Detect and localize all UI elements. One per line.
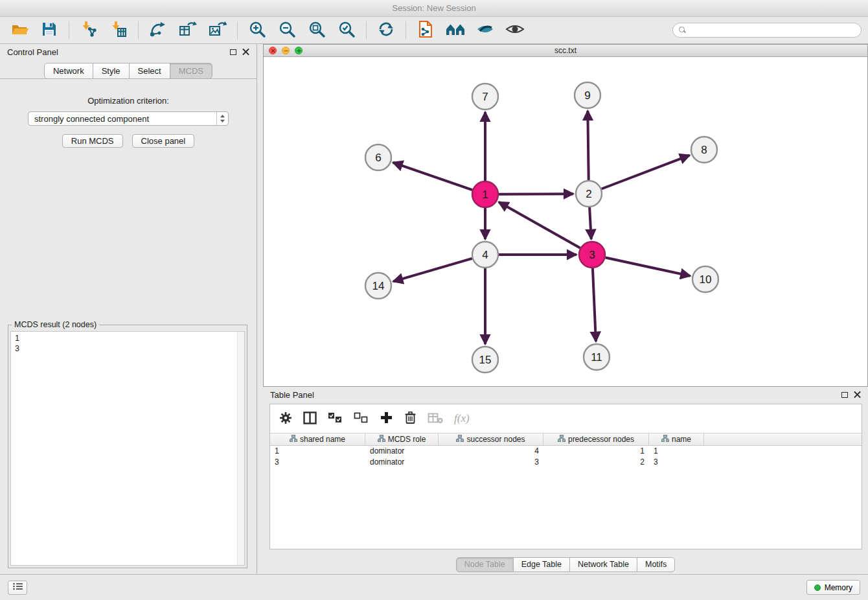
graph-edge-3-10[interactable] bbox=[606, 257, 691, 275]
style-preview-button[interactable] bbox=[472, 19, 498, 42]
refresh-view-button[interactable] bbox=[373, 19, 399, 42]
graph-node-7[interactable]: 7 bbox=[472, 84, 498, 110]
close-table-panel-icon[interactable] bbox=[854, 391, 861, 398]
toolbar-separator bbox=[366, 21, 367, 40]
network-canvas[interactable]: 7968124314101511 bbox=[264, 58, 867, 386]
trash-icon bbox=[404, 411, 417, 426]
open-session-button[interactable] bbox=[6, 19, 32, 42]
graph-edge-3-11[interactable] bbox=[593, 268, 596, 341]
clone-table-button[interactable] bbox=[175, 19, 201, 42]
tab-node-table[interactable]: Node Table bbox=[456, 557, 514, 572]
column-header-name[interactable]: name bbox=[649, 433, 704, 445]
column-header-shared-name[interactable]: shared name bbox=[270, 433, 365, 445]
network-branch-icon bbox=[149, 21, 167, 40]
graph-node-11[interactable]: 11 bbox=[584, 344, 610, 370]
show-columns-button[interactable] bbox=[303, 409, 317, 428]
graph-node-2[interactable]: 2 bbox=[576, 181, 602, 207]
table-cell: dominator bbox=[365, 446, 439, 457]
task-history-button[interactable] bbox=[8, 581, 27, 595]
select-all-button[interactable] bbox=[328, 409, 343, 428]
ndex-home-button[interactable] bbox=[442, 19, 468, 42]
minimize-window-icon[interactable] bbox=[282, 47, 290, 54]
table-panel-tabbar: Node TableEdge TableNetwork TableMotifs bbox=[263, 557, 868, 572]
network-from-selection-button[interactable] bbox=[145, 19, 171, 42]
graph-node-label: 4 bbox=[482, 249, 488, 261]
graph-edge-2-3[interactable] bbox=[589, 207, 591, 239]
close-panel-button[interactable]: Close panel bbox=[132, 134, 195, 148]
graph-edge-2-9[interactable] bbox=[588, 111, 588, 180]
graph-node-6[interactable]: 6 bbox=[365, 144, 391, 170]
float-panel-icon[interactable] bbox=[230, 49, 236, 55]
table-panel-title: Table Panel bbox=[270, 390, 314, 400]
mcds-result-line: 1 bbox=[15, 333, 240, 343]
import-table-button[interactable] bbox=[106, 19, 131, 42]
deselect-all-button[interactable] bbox=[354, 409, 369, 428]
zoom-fit-button[interactable] bbox=[304, 19, 330, 42]
graph-edge-2-8[interactable] bbox=[602, 156, 690, 189]
tab-style[interactable]: Style bbox=[93, 63, 130, 79]
network-graph[interactable]: 7968124314101511 bbox=[264, 58, 867, 387]
graph-node-label: 8 bbox=[701, 144, 707, 156]
memory-button[interactable]: Memory bbox=[806, 580, 860, 595]
zoom-selected-button[interactable] bbox=[334, 19, 360, 42]
close-window-icon[interactable] bbox=[269, 47, 277, 54]
graph-node-10[interactable]: 10 bbox=[692, 266, 718, 292]
graph-edge-1-2[interactable] bbox=[499, 194, 573, 194]
graph-node-4[interactable]: 4 bbox=[472, 242, 498, 268]
delete-row-button[interactable] bbox=[404, 409, 417, 428]
tab-edge-table[interactable]: Edge Table bbox=[513, 557, 570, 572]
table-row[interactable]: 3dominator323 bbox=[270, 457, 862, 468]
graph-node-1[interactable]: 1 bbox=[472, 181, 498, 207]
control-panel-tabs: NetworkStyleSelectMCDS bbox=[0, 63, 257, 79]
zoom-out-button[interactable] bbox=[274, 19, 300, 42]
split-columns-icon bbox=[303, 411, 317, 426]
graph-node-label: 11 bbox=[591, 351, 602, 363]
graph-node-14[interactable]: 14 bbox=[365, 273, 391, 299]
refresh-icon bbox=[378, 21, 394, 40]
close-panel-icon[interactable] bbox=[242, 49, 249, 56]
tab-network-table[interactable]: Network Table bbox=[569, 557, 637, 572]
zoom-window-icon[interactable] bbox=[295, 47, 303, 54]
float-table-panel-icon[interactable] bbox=[841, 392, 848, 398]
graph-node-label: 15 bbox=[479, 354, 492, 366]
graph-node-8[interactable]: 8 bbox=[691, 137, 717, 163]
table-row[interactable]: 1dominator411 bbox=[270, 446, 862, 457]
graphics-details-button[interactable] bbox=[502, 19, 528, 42]
table-settings-button[interactable] bbox=[279, 409, 292, 428]
table-arrow-icon bbox=[179, 21, 197, 40]
control-panel-tabbar: NetworkStyleSelectMCDS bbox=[0, 63, 257, 79]
zoom-out-icon bbox=[278, 20, 296, 40]
column-header-successor-nodes[interactable]: successor nodes bbox=[439, 433, 543, 445]
dropdown-arrows-icon bbox=[216, 112, 228, 125]
result-scrollbar[interactable] bbox=[237, 332, 244, 565]
graph-edge-1-6[interactable] bbox=[393, 163, 472, 190]
mcds-result-list: 13 bbox=[10, 331, 245, 566]
criterion-dropdown[interactable]: strongly connected component bbox=[28, 111, 229, 126]
share-document-button[interactable] bbox=[413, 19, 439, 42]
import-network-button[interactable] bbox=[76, 19, 102, 42]
column-sort-icon bbox=[558, 435, 565, 444]
apply-function-button[interactable]: f(x) bbox=[454, 409, 470, 428]
column-header-predecessor-nodes[interactable]: predecessor nodes bbox=[543, 433, 649, 445]
graph-edge-3-1[interactable] bbox=[499, 202, 580, 248]
zoom-in-button[interactable] bbox=[244, 19, 270, 42]
tab-mcds[interactable]: MCDS bbox=[170, 63, 212, 79]
save-session-button[interactable] bbox=[36, 19, 62, 42]
tab-network[interactable]: Network bbox=[44, 63, 93, 79]
graph-node-15[interactable]: 15 bbox=[472, 347, 498, 373]
memory-button-label: Memory bbox=[825, 583, 852, 592]
add-row-button[interactable] bbox=[380, 409, 393, 428]
column-header-mcds-role[interactable]: MCDS role bbox=[365, 433, 439, 445]
tab-motifs[interactable]: Motifs bbox=[637, 557, 675, 572]
graph-edge-4-14[interactable] bbox=[393, 259, 472, 281]
run-mcds-button[interactable]: Run MCDS bbox=[62, 134, 123, 148]
main-toolbar bbox=[0, 17, 868, 44]
tab-select[interactable]: Select bbox=[129, 63, 170, 79]
export-image-button[interactable] bbox=[205, 19, 231, 42]
graph-node-9[interactable]: 9 bbox=[575, 82, 600, 108]
delete-table-button[interactable] bbox=[428, 409, 443, 428]
search-box[interactable] bbox=[672, 23, 862, 38]
graph-node-3[interactable]: 3 bbox=[579, 242, 605, 268]
search-input[interactable] bbox=[689, 26, 855, 35]
mcds-result-box: MCDS result (2 nodes) 13 bbox=[8, 320, 247, 568]
